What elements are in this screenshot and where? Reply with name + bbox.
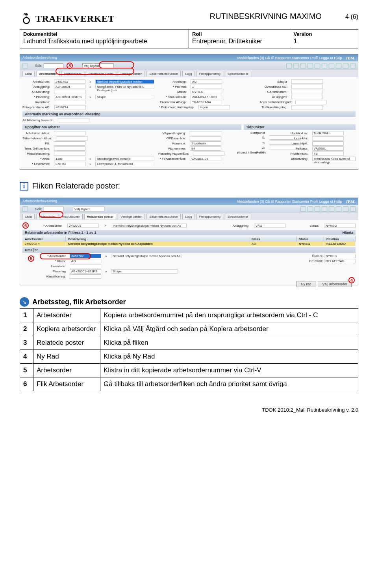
column-header[interactable]: Relation xyxy=(324,237,356,242)
toolbar-icon[interactable] xyxy=(322,206,327,212)
step-row: 1ArbetsorderKopiera arbetsordernumret på… xyxy=(20,309,358,322)
ss2-tab[interactable]: Säkerhetsinstruktion xyxy=(146,214,180,219)
field-value[interactable]: 2014-09-16 10:03 xyxy=(191,95,222,99)
valj-arbetsorder-button[interactable]: Välj arbetsorder xyxy=(318,281,352,287)
field-value[interactable]: VÄGBEL xyxy=(312,146,344,151)
field-value[interactable] xyxy=(54,131,85,135)
toolbar-icon[interactable] xyxy=(315,206,320,212)
meta-val-title: Lathund Trafikskada med uppföljningsarbe… xyxy=(23,38,185,45)
toolbar-icon[interactable] xyxy=(286,63,292,68)
toolbar-icon[interactable] xyxy=(329,206,334,212)
field-value[interactable] xyxy=(291,80,323,84)
field-value[interactable] xyxy=(295,100,327,104)
field-value[interactable]: AB+28501 xyxy=(54,85,85,89)
ss2-tab[interactable]: Specifikationer xyxy=(225,214,251,219)
toolbar-icon[interactable] xyxy=(300,206,306,212)
field-value[interactable]: Ingen xyxy=(198,105,230,109)
field-label: Status: xyxy=(159,90,187,94)
toolbar-icon[interactable] xyxy=(336,63,341,68)
field-value[interactable] xyxy=(54,100,85,104)
field-value[interactable] xyxy=(291,85,323,89)
field-value[interactable]: 1 xyxy=(191,85,222,89)
ss1-tab[interactable]: Logg xyxy=(182,71,195,76)
ao-val[interactable]: 2452703 xyxy=(67,224,99,228)
field-label: * Dokument, ändringstyp: xyxy=(159,105,195,109)
toolbar-icon[interactable] xyxy=(308,206,313,212)
sok-label: Sök: xyxy=(35,64,42,68)
field-value[interactable] xyxy=(54,141,85,146)
ss1-tab[interactable]: Lista xyxy=(22,71,35,76)
toolbar-icon[interactable] xyxy=(343,206,348,212)
toolbar-icon[interactable] xyxy=(336,206,341,212)
toolbar-icon[interactable] xyxy=(329,63,334,68)
field-value[interactable] xyxy=(193,152,224,156)
step-desc: Gå tillbaks till arbetsorderfliken och ä… xyxy=(100,377,358,391)
toolbar-icon[interactable] xyxy=(315,63,320,68)
field-value[interactable]: E4 xyxy=(190,146,221,151)
alt-mark-val[interactable] xyxy=(58,118,89,122)
toolbar-icon[interactable] xyxy=(293,63,299,68)
ss1-tab[interactable]: Säkerhetsinstruktion xyxy=(146,71,180,76)
toolbar-icon[interactable] xyxy=(300,63,306,68)
ss1-top-links[interactable]: Meddelanden (0) Gå till Rapporter Startc… xyxy=(237,56,342,60)
ny-rad-button[interactable]: Ny rad xyxy=(296,281,316,287)
field-value[interactable]: VAGBEL-01 xyxy=(190,157,221,161)
column-header[interactable]: Beskrivning xyxy=(66,237,249,242)
toolbar-icon[interactable] xyxy=(322,63,327,68)
ss2-app-title: Arbetsorderbevakning xyxy=(22,199,57,204)
ss2-tab[interactable]: Verkliga värden xyxy=(118,214,145,219)
column-header[interactable]: Klass xyxy=(249,237,296,242)
column-header[interactable]: Arbetsorder xyxy=(22,237,66,242)
toolbar-icon[interactable] xyxy=(350,206,356,212)
ss1-tab[interactable]: Specifikationer xyxy=(225,71,251,76)
det-value[interactable]: AO xyxy=(70,259,101,263)
field-value[interactable] xyxy=(312,141,344,146)
ss1-tab[interactable]: Felrapportering xyxy=(196,71,223,76)
ss2-tab[interactable]: Logg xyxy=(182,214,195,219)
field-label: Är uppgift? xyxy=(260,95,287,99)
field-value[interactable] xyxy=(291,105,323,109)
related-row[interactable]: 2452702 » Nerkörd belysningsstolpe mella… xyxy=(22,242,356,246)
field-value[interactable]: AU xyxy=(191,80,222,84)
meta-val-version: 1 xyxy=(293,38,355,45)
field-value[interactable]: TS xyxy=(312,152,344,156)
field-value[interactable]: Trafikskada Koda även på ekon.arbtyp xyxy=(312,157,356,161)
field-value[interactable] xyxy=(291,95,323,99)
toolbar-icon[interactable] xyxy=(308,63,313,68)
sok-input[interactable] xyxy=(44,207,63,211)
field-value[interactable] xyxy=(190,136,221,141)
field-value[interactable]: AB+28501+631PS xyxy=(54,95,85,99)
field-value[interactable] xyxy=(190,131,221,135)
field-value[interactable] xyxy=(54,146,85,151)
det-value[interactable] xyxy=(70,264,101,268)
det-value[interactable] xyxy=(70,274,101,279)
field-value[interactable]: Stockholm xyxy=(190,141,221,146)
field-value[interactable]: NYREG xyxy=(191,90,222,94)
field-extra: Nerkörd belysningsstolpe mellan Nyboda o… xyxy=(95,80,154,84)
field-value[interactable] xyxy=(291,90,323,94)
ss2-tab[interactable]: Lista xyxy=(22,214,35,219)
ss2-tab[interactable]: Felrapportering xyxy=(196,214,223,219)
field-value[interactable]: 1358 xyxy=(54,157,85,161)
field-value[interactable]: 2452703 xyxy=(54,80,85,84)
field-value[interactable] xyxy=(54,90,85,94)
field-value[interactable]: 4616774 xyxy=(54,105,86,109)
toolbar-icon[interactable] xyxy=(350,63,356,68)
field-value[interactable]: ENTR4 xyxy=(54,162,85,166)
field-value[interactable] xyxy=(312,136,344,141)
hamta-link[interactable]: Hämta xyxy=(342,231,353,235)
field-label: Placering vägområde: xyxy=(158,152,189,155)
field-value[interactable] xyxy=(56,136,87,141)
find-icon[interactable] xyxy=(22,63,28,68)
ss2-tab[interactable]: Relaterade poster xyxy=(84,214,117,219)
find-icon[interactable] xyxy=(22,206,28,212)
column-header[interactable]: Status xyxy=(296,237,324,242)
field-value[interactable]: Trafik Sthlm xyxy=(312,131,344,135)
field-value[interactable] xyxy=(54,152,85,156)
det-value[interactable]: AB+28501+631PS xyxy=(70,269,101,274)
field-value[interactable]: TRAFSKADA xyxy=(191,100,222,104)
atgard-select[interactable]: Välj åtgärd xyxy=(73,207,104,211)
ss2-top-links[interactable]: Meddelanden (0) Gå till Rapporter Startc… xyxy=(237,200,342,203)
callout-oval-tabs xyxy=(56,68,134,75)
toolbar-icon[interactable] xyxy=(343,63,348,68)
